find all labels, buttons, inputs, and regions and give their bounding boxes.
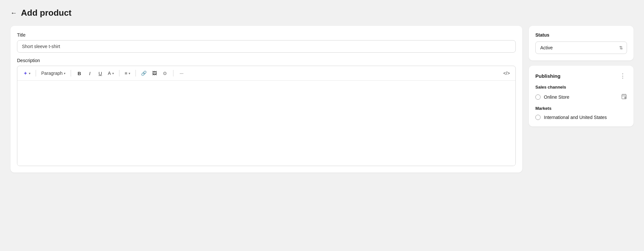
page-title: Add product <box>21 8 72 18</box>
paragraph-dropdown[interactable]: Paragraph ▾ <box>39 69 67 78</box>
ai-icon: ✦ <box>23 70 27 76</box>
status-title: Status <box>535 32 627 38</box>
online-store-left: Online Store <box>535 94 569 100</box>
underline-button[interactable]: U <box>95 69 105 78</box>
link-button[interactable]: 🔗 <box>139 69 149 78</box>
code-view-button[interactable]: </> <box>502 69 511 78</box>
market-row: International and United States <box>535 115 627 120</box>
ai-chevron-icon: ▾ <box>29 72 30 75</box>
align-chevron-icon: ▾ <box>129 72 130 75</box>
online-store-name: Online Store <box>544 94 569 100</box>
divider-1 <box>36 70 36 76</box>
italic-button[interactable]: I <box>85 69 95 78</box>
align-icon: ≡ <box>125 71 127 76</box>
status-select-wrapper: Active Draft ⇅ <box>535 42 627 54</box>
divider-5 <box>173 70 173 76</box>
image-button[interactable]: 🖼 <box>150 69 159 78</box>
status-card: Status Active Draft ⇅ <box>529 26 634 60</box>
online-store-radio[interactable] <box>535 94 541 100</box>
divider-2 <box>71 70 71 76</box>
video-icon: ⊙ <box>163 71 167 76</box>
divider-4 <box>135 70 136 76</box>
market-name: International and United States <box>544 115 607 120</box>
video-button[interactable]: ⊙ <box>160 69 170 78</box>
sales-channels-label: Sales channels <box>535 85 627 90</box>
align-button[interactable]: ≡ ▾ <box>123 69 132 78</box>
link-icon: 🔗 <box>141 71 147 76</box>
schedule-icon[interactable] <box>621 93 627 101</box>
editor-toolbar: ✦ ▾ Paragraph ▾ <box>17 66 515 81</box>
divider-3 <box>119 70 119 76</box>
paragraph-label: Paragraph <box>41 71 63 76</box>
more-options-button[interactable]: ··· <box>177 69 187 78</box>
online-store-row: Online Store <box>535 93 627 101</box>
publishing-title: Publishing <box>535 73 561 79</box>
description-editor: ✦ ▾ Paragraph ▾ <box>17 66 516 166</box>
publishing-more-button[interactable]: ⋮ <box>618 72 627 79</box>
description-label: Description <box>17 58 516 63</box>
text-color-label: A <box>108 71 111 76</box>
description-editor-body[interactable] <box>17 81 515 166</box>
title-input[interactable] <box>17 40 516 53</box>
title-label: Title <box>17 32 516 38</box>
market-radio[interactable] <box>535 115 541 120</box>
markets-section: Markets International and United States <box>535 106 627 120</box>
text-color-button[interactable]: A ▾ <box>106 69 116 78</box>
color-chevron-icon: ▾ <box>112 72 114 75</box>
status-select[interactable]: Active Draft <box>535 42 627 54</box>
bold-button[interactable]: B <box>74 69 84 78</box>
ai-button[interactable]: ✦ ▾ <box>21 69 32 78</box>
product-form-card: Title Description ✦ ▾ <box>10 26 522 173</box>
markets-label: Markets <box>535 106 627 111</box>
publishing-header: Publishing ⋮ <box>535 72 627 79</box>
image-icon: 🖼 <box>152 71 157 76</box>
publishing-card: Publishing ⋮ Sales channels Online Store <box>529 66 634 126</box>
paragraph-chevron-icon: ▾ <box>64 72 65 75</box>
back-button[interactable]: ← <box>10 9 17 17</box>
